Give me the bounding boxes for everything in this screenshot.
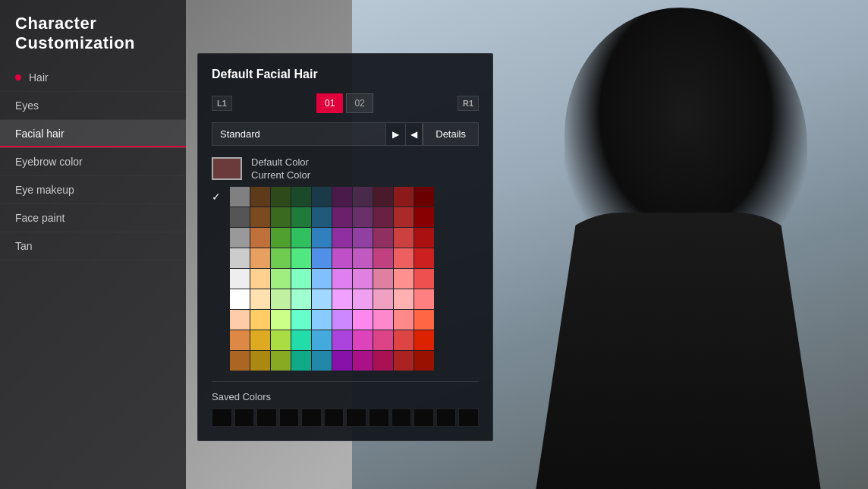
color-cell[interactable] (414, 207, 434, 227)
color-cell[interactable] (394, 187, 414, 207)
color-cell[interactable] (230, 289, 250, 309)
color-cell[interactable] (291, 187, 311, 207)
color-cell[interactable] (271, 351, 291, 371)
color-cell[interactable] (332, 187, 352, 207)
color-cell[interactable] (394, 310, 414, 330)
color-cell[interactable] (230, 310, 250, 330)
color-cell[interactable] (373, 207, 393, 227)
nav-l1-button[interactable]: L1 (212, 96, 232, 111)
color-cell[interactable] (373, 269, 393, 289)
color-cell[interactable] (353, 289, 373, 309)
sidebar-item-hair[interactable]: Hair (0, 64, 186, 92)
color-cell[interactable] (250, 207, 270, 227)
sidebar-item-eyebrow-color[interactable]: Eyebrow color (0, 148, 186, 176)
color-cell[interactable] (414, 310, 434, 330)
color-cell[interactable] (332, 228, 352, 248)
color-cell[interactable] (230, 207, 250, 227)
color-cell[interactable] (250, 310, 270, 330)
color-cell[interactable] (353, 248, 373, 268)
color-cell[interactable] (312, 289, 332, 309)
color-cell[interactable] (414, 248, 434, 268)
color-cell[interactable] (332, 248, 352, 268)
color-cell[interactable] (332, 269, 352, 289)
color-cell[interactable] (291, 330, 311, 350)
color-cell[interactable] (414, 289, 434, 309)
saved-color-cell[interactable] (392, 409, 412, 427)
saved-color-cell[interactable] (414, 409, 434, 427)
color-cell[interactable] (271, 269, 291, 289)
color-cell[interactable] (271, 330, 291, 350)
color-cell[interactable] (271, 207, 291, 227)
color-cell[interactable] (250, 351, 270, 371)
sidebar-item-face-paint[interactable]: Face paint (0, 204, 186, 232)
color-cell[interactable] (230, 330, 250, 350)
color-cell[interactable] (332, 289, 352, 309)
tab-01[interactable]: 01 (316, 93, 343, 113)
sidebar-item-eyes[interactable]: Eyes (0, 92, 186, 120)
color-cell[interactable] (373, 289, 393, 309)
color-cell[interactable] (230, 269, 250, 289)
color-cell[interactable] (250, 330, 270, 350)
color-cell[interactable] (312, 207, 332, 227)
color-cell[interactable] (230, 228, 250, 248)
color-cell[interactable] (394, 228, 414, 248)
color-cell[interactable] (373, 330, 393, 350)
color-cell[interactable] (394, 248, 414, 268)
color-cell[interactable] (291, 228, 311, 248)
color-cell[interactable] (353, 207, 373, 227)
saved-color-cell[interactable] (301, 409, 322, 427)
saved-color-cell[interactable] (458, 409, 479, 427)
details-left-arrow[interactable]: ◀ (405, 124, 423, 145)
color-cell[interactable] (250, 248, 270, 268)
sidebar-item-tan[interactable]: Tan (0, 232, 186, 260)
color-cell[interactable] (291, 269, 311, 289)
saved-color-cell[interactable] (212, 409, 232, 427)
color-cell[interactable] (373, 228, 393, 248)
saved-color-cell[interactable] (234, 409, 255, 427)
color-cell[interactable] (291, 289, 311, 309)
color-cell[interactable] (271, 310, 291, 330)
sidebar-item-eye-makeup[interactable]: Eye makeup (0, 176, 186, 204)
color-cell[interactable] (312, 269, 332, 289)
color-cell[interactable] (230, 187, 250, 207)
color-cell[interactable] (312, 330, 332, 350)
color-cell[interactable] (312, 248, 332, 268)
saved-color-cell[interactable] (324, 409, 344, 427)
color-cell[interactable] (271, 289, 291, 309)
color-cell[interactable] (394, 351, 414, 371)
details-button[interactable]: Details (423, 123, 478, 145)
color-cell[interactable] (291, 310, 311, 330)
color-cell[interactable] (230, 248, 250, 268)
saved-color-cell[interactable] (436, 409, 457, 427)
saved-color-cell[interactable] (256, 409, 277, 427)
saved-color-cell[interactable] (279, 409, 300, 427)
color-cell[interactable] (312, 228, 332, 248)
color-cell[interactable] (332, 207, 352, 227)
saved-color-cell[interactable] (346, 409, 366, 427)
color-cell[interactable] (373, 351, 393, 371)
color-cell[interactable] (250, 289, 270, 309)
color-cell[interactable] (394, 207, 414, 227)
color-cell[interactable] (291, 351, 311, 371)
color-cell[interactable] (230, 351, 250, 371)
color-cell[interactable] (394, 330, 414, 350)
color-cell[interactable] (353, 310, 373, 330)
color-cell[interactable] (291, 207, 311, 227)
color-cell[interactable] (312, 187, 332, 207)
color-cell[interactable] (353, 330, 373, 350)
color-cell[interactable] (291, 248, 311, 268)
color-cell[interactable] (394, 269, 414, 289)
color-cell[interactable] (353, 228, 373, 248)
color-cell[interactable] (250, 228, 270, 248)
tab-02[interactable]: 02 (346, 93, 373, 113)
color-cell[interactable] (332, 330, 352, 350)
color-cell[interactable] (312, 351, 332, 371)
color-cell[interactable] (250, 187, 270, 207)
color-cell[interactable] (250, 269, 270, 289)
color-cell[interactable] (414, 269, 434, 289)
sidebar-item-facial-hair[interactable]: Facial hair (0, 120, 186, 148)
color-cell[interactable] (332, 351, 352, 371)
style-next-button[interactable]: ▶ (385, 124, 405, 145)
color-cell[interactable] (271, 187, 291, 207)
color-cell[interactable] (394, 289, 414, 309)
